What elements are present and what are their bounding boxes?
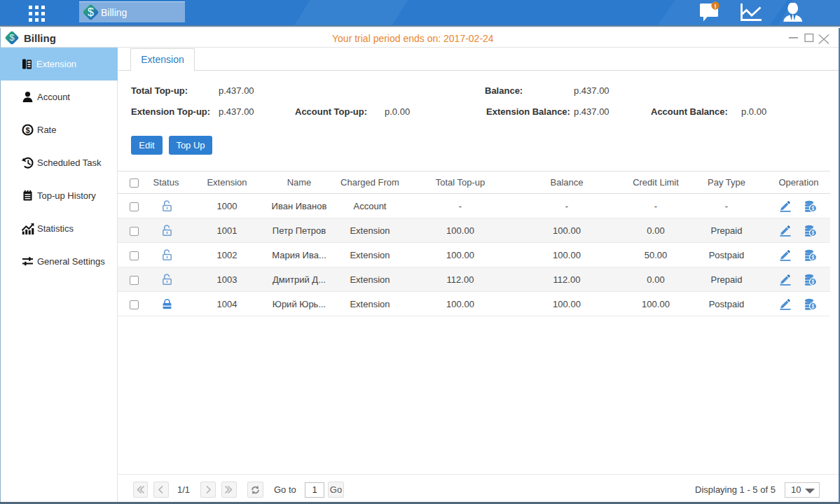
svg-text:$: $ [25,126,29,134]
svg-text:!: ! [714,2,716,10]
svg-text:$: $ [9,32,14,43]
svg-text:$: $ [88,6,94,18]
